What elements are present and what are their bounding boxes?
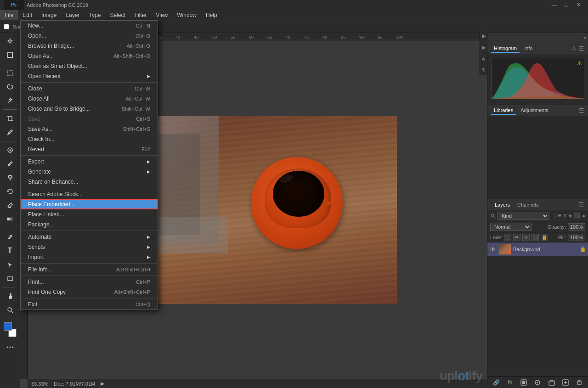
tool-clone-stamp[interactable] (3, 171, 17, 184)
menu-print[interactable]: Print...Ctrl+P (21, 277, 158, 287)
tool-type[interactable]: T (3, 244, 17, 257)
lock-artboard-btn[interactable]: ⬛ (531, 234, 539, 241)
menu-scripts[interactable]: Scripts (21, 242, 158, 252)
menu-place-embedded[interactable]: Place Embedded... (21, 199, 158, 209)
menu-filter[interactable]: Filter (130, 10, 152, 20)
menu-save[interactable]: SaveCtrl+S (21, 114, 158, 124)
tool-eyedropper[interactable] (3, 126, 17, 139)
minimize-button[interactable]: — (548, 0, 560, 10)
menu-generate[interactable]: Generate (21, 167, 158, 177)
menu-check-in[interactable]: Check In... (21, 134, 158, 144)
tab-layers[interactable]: Layers (491, 201, 514, 208)
menu-open-as[interactable]: Open As...Alt+Shift+Ctrl+O (21, 51, 158, 61)
lock-image-btn[interactable]: ✏ (513, 234, 520, 241)
sample-all-layers-checkbox[interactable] (4, 24, 9, 29)
tool-hand[interactable] (3, 290, 17, 303)
menu-help[interactable]: Help (201, 10, 222, 20)
menu-automate[interactable]: Automate (21, 232, 158, 242)
delete-layer-btn[interactable] (575, 378, 584, 387)
menu-window[interactable]: Window (172, 10, 201, 20)
menu-open[interactable]: Open...Ctrl+O (21, 31, 158, 41)
tab-info[interactable]: Info (521, 45, 535, 53)
menu-print-one-copy[interactable]: Print One CopyAlt+Shift+Ctrl+P (21, 287, 158, 297)
tool-zoom[interactable] (3, 304, 17, 316)
menu-exit[interactable]: ExitCtrl+Q (21, 299, 158, 309)
add-group-btn[interactable] (547, 378, 556, 387)
menu-export[interactable]: Export (21, 157, 158, 167)
layer-blend-mode-select[interactable]: Normal Multiply Screen (490, 223, 531, 231)
menu-file[interactable]: File (0, 10, 18, 20)
fill-input[interactable] (568, 234, 585, 241)
layer-filter-pixel[interactable]: ⬚ (551, 213, 556, 219)
histogram-menu-btn[interactable]: ☰ (578, 45, 584, 52)
lock-position-btn[interactable]: ✛ (522, 234, 530, 241)
tool-gradient[interactable] (3, 213, 17, 225)
tool-brush[interactable] (3, 157, 17, 170)
tool-eraser[interactable] (3, 199, 17, 212)
menu-layer[interactable]: Layer (61, 10, 84, 20)
tab-channels[interactable]: Channels (514, 201, 542, 208)
tool-shape[interactable] (3, 272, 17, 285)
layer-filter-smart[interactable]: ⬛ (574, 213, 580, 219)
add-mask-btn[interactable] (519, 378, 528, 387)
layers-menu-btn[interactable]: ☰ (578, 201, 584, 208)
opacity-input[interactable] (568, 223, 585, 231)
tool-marquee[interactable] (3, 67, 17, 79)
right-icon-3[interactable]: A (482, 56, 485, 62)
right-icon-2[interactable]: ▶ (482, 45, 486, 51)
layer-filter-shape[interactable]: ◈ (568, 213, 572, 219)
tab-libraries[interactable]: Libraries (491, 107, 516, 115)
lock-transparent-btn[interactable]: ⬚ (504, 234, 511, 241)
maximize-button[interactable]: □ (560, 0, 572, 10)
menu-search-stock[interactable]: Search Adobe Stock... (21, 189, 158, 199)
add-layer-btn[interactable] (561, 378, 570, 387)
layer-filter-on[interactable]: ● (582, 213, 585, 219)
menu-browse-bridge[interactable]: Browse in Bridge...Alt+Ctrl+O (21, 41, 158, 51)
tab-histogram[interactable]: Histogram (491, 45, 520, 53)
collapse-right-panel-btn[interactable]: « (583, 35, 586, 40)
menu-open-smart-object[interactable]: Open as Smart Object... (21, 61, 158, 71)
menu-select[interactable]: Select (105, 10, 130, 20)
tool-history-brush[interactable] (3, 185, 17, 198)
close-button[interactable]: ✕ (572, 0, 584, 10)
menu-view[interactable]: View (151, 10, 172, 20)
menu-image[interactable]: Image (37, 10, 61, 20)
menu-close[interactable]: CloseCtrl+W (21, 84, 158, 94)
tab-adjustments[interactable]: Adjustments (518, 107, 551, 115)
tool-pen[interactable] (3, 231, 17, 243)
lib-adj-menu-btn[interactable]: ☰ (578, 107, 584, 114)
lock-all-btn[interactable]: 🔒 (541, 234, 548, 241)
menu-revert[interactable]: RevertF12 (21, 144, 158, 154)
foreground-color[interactable] (4, 322, 12, 331)
add-link-btn[interactable]: 🔗 (492, 378, 501, 387)
tool-artboard[interactable] (3, 49, 17, 62)
right-icon-1[interactable]: ▶ (482, 33, 486, 39)
tool-magic-wand[interactable] (3, 94, 17, 107)
menu-edit[interactable]: Edit (18, 10, 37, 20)
tool-path-selection[interactable] (3, 258, 17, 271)
menu-close-all[interactable]: Close AllAlt+Ctrl+W (21, 94, 158, 104)
menu-import[interactable]: Import (21, 252, 158, 262)
menu-new[interactable]: New...Ctrl+N (21, 21, 158, 31)
menu-close-go-bridge[interactable]: Close and Go to Bridge...Shift+Ctrl+W (21, 104, 158, 114)
layer-filter-adjust[interactable]: ⊕ (558, 213, 562, 219)
layer-visibility-toggle[interactable]: 👁 (489, 246, 497, 253)
layer-filter-type[interactable]: T (564, 213, 567, 219)
tool-crop[interactable] (3, 112, 17, 125)
tool-move[interactable] (3, 35, 17, 48)
menu-place-linked[interactable]: Place Linked... (21, 209, 158, 219)
tool-healing[interactable] (3, 144, 17, 157)
menu-package[interactable]: Package... (21, 219, 158, 230)
color-swatches[interactable] (3, 322, 17, 337)
tool-lasso[interactable] (3, 80, 17, 93)
tool-more[interactable] (3, 341, 17, 354)
menu-save-as[interactable]: Save As...Shift+Ctrl+S (21, 124, 158, 134)
window-controls[interactable]: — □ ✕ (548, 0, 584, 10)
layer-row-background[interactable]: 👁 Background 🔒 (487, 242, 588, 256)
add-fx-btn[interactable]: fx (505, 378, 514, 387)
right-icon-4[interactable]: ¶ (482, 67, 485, 73)
add-adjustment-btn[interactable] (533, 378, 542, 387)
menu-open-recent[interactable]: Open Recent (21, 71, 158, 81)
menu-type[interactable]: Type (84, 10, 105, 20)
menu-file-info[interactable]: File Info...Alt+Shift+Ctrl+I (21, 264, 158, 275)
